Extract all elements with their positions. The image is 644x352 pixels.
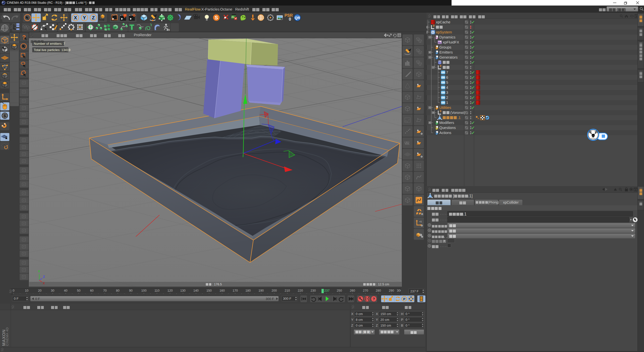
svg-text:3: 3 [446, 91, 448, 95]
svg-text:120: 120 [168, 289, 173, 292]
svg-text:6: 6 [446, 75, 448, 79]
svg-text:210: 210 [285, 289, 290, 292]
svg-text:250: 250 [337, 289, 342, 292]
svg-text:180: 180 [246, 289, 251, 292]
svg-text:300: 300 [397, 289, 401, 292]
svg-text:Questions: Questions [439, 126, 456, 130]
svg-text:20: 20 [38, 289, 42, 292]
svg-text:Emitters: Emitters [439, 50, 453, 54]
svg-text:50: 50 [77, 289, 80, 292]
svg-text:Modifiers: Modifiers [439, 121, 454, 125]
svg-text:0: 0 [433, 24, 434, 27]
svg-text:280: 280 [376, 289, 381, 292]
svg-text:150: 150 [207, 289, 212, 292]
svg-text:237: 237 [324, 289, 330, 292]
svg-text:230: 230 [311, 289, 316, 292]
svg-text:Dynamics: Dynamics [439, 35, 456, 39]
svg-text:40: 40 [64, 289, 67, 292]
svg-text:30: 30 [51, 289, 54, 292]
svg-text:0: 0 [289, 17, 291, 21]
svg-text:2: 2 [446, 96, 448, 100]
svg-text:170: 170 [233, 289, 238, 292]
svg-text:Actions: Actions [439, 131, 452, 135]
svg-text:70: 70 [103, 289, 107, 292]
svg-text:5: 5 [446, 80, 448, 84]
svg-text:90: 90 [129, 289, 133, 292]
svg-text:0: 0 [440, 64, 441, 67]
svg-text:Generators: Generators [439, 55, 458, 59]
svg-text:.fx: .fx [167, 28, 170, 31]
svg-text:10: 10 [25, 289, 28, 292]
svg-text:xpCache: xpCache [436, 20, 450, 24]
svg-text:260: 260 [350, 289, 355, 292]
svg-text:xpFluidFX: xpFluidFX [443, 40, 459, 44]
svg-text:Y: Y [38, 270, 40, 273]
svg-text:Y: Y [83, 15, 86, 20]
svg-text:Utilities: Utilities [439, 106, 451, 110]
svg-text:.1: .1 [458, 116, 461, 120]
svg-text:140: 140 [193, 289, 199, 292]
svg-text:?: ? [22, 34, 26, 41]
svg-text:100: 100 [141, 289, 147, 292]
svg-text:QR: QR [295, 16, 300, 20]
svg-text:160: 160 [220, 289, 225, 292]
svg-text:0: 0 [13, 289, 15, 292]
svg-text:Z: Z [43, 275, 45, 279]
svg-text:1: 1 [446, 101, 448, 105]
svg-text:=1: =1 [419, 220, 422, 223]
svg-text:0: 0 [440, 110, 441, 113]
svg-text:290: 290 [389, 289, 394, 292]
svg-text:(Voronoi): (Voronoi) [450, 111, 465, 115]
svg-text:P: P [403, 297, 406, 301]
svg-text:Groups: Groups [439, 45, 452, 49]
svg-text:xpSystem: xpSystem [436, 30, 452, 34]
svg-text:S: S [215, 15, 218, 20]
svg-text:4: 4 [446, 85, 448, 90]
svg-text:190: 190 [259, 289, 264, 292]
svg-text:Z: Z [92, 15, 95, 20]
svg-text:220: 220 [298, 289, 303, 292]
svg-text:130: 130 [180, 289, 186, 292]
svg-text:60: 60 [90, 289, 94, 292]
svg-text:7: 7 [446, 70, 448, 74]
svg-text:?: ? [373, 297, 375, 301]
svg-text:80: 80 [116, 289, 119, 292]
svg-text:200: 200 [272, 289, 277, 292]
svg-text:110: 110 [154, 289, 159, 292]
svg-text:X: X [74, 15, 77, 20]
svg-text:270: 270 [363, 289, 368, 292]
svg-text:S: S [4, 114, 6, 118]
